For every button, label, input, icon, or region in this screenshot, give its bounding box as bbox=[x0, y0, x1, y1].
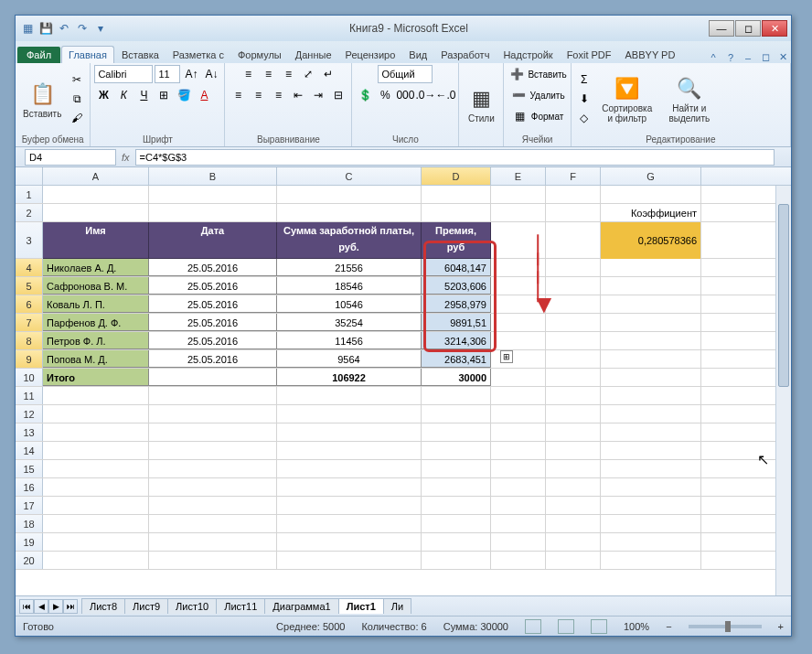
align-right-icon[interactable]: ≡ bbox=[269, 86, 287, 104]
cell[interactable] bbox=[491, 478, 546, 496]
tab-data[interactable]: Данные bbox=[289, 47, 338, 63]
sheet-tab[interactable]: Лист10 bbox=[167, 598, 217, 614]
cell[interactable] bbox=[601, 460, 701, 477]
cell[interactable] bbox=[601, 369, 701, 386]
cell[interactable] bbox=[149, 497, 277, 514]
cell[interactable] bbox=[601, 295, 701, 313]
cell[interactable] bbox=[601, 259, 701, 276]
row-header[interactable]: 17 bbox=[16, 497, 43, 514]
row-header[interactable]: 12 bbox=[16, 405, 43, 423]
zoom-out-icon[interactable]: − bbox=[666, 621, 671, 632]
row-header[interactable]: 18 bbox=[16, 515, 43, 532]
cell[interactable] bbox=[491, 405, 546, 423]
cell[interactable] bbox=[277, 552, 422, 569]
bonus-cell[interactable]: 5203,606 bbox=[422, 277, 491, 295]
cell[interactable] bbox=[277, 515, 422, 532]
cell[interactable] bbox=[546, 515, 601, 532]
cell[interactable] bbox=[43, 405, 149, 423]
increase-decimal-icon[interactable]: .0→ bbox=[416, 86, 434, 104]
underline-icon[interactable]: Ч bbox=[134, 86, 153, 104]
cell[interactable] bbox=[546, 204, 601, 221]
column-header-A[interactable]: A bbox=[43, 167, 149, 185]
cell[interactable] bbox=[546, 478, 601, 496]
table-header-cell[interactable]: Дата bbox=[149, 222, 277, 259]
delete-cells-icon[interactable]: ➖ bbox=[509, 86, 528, 104]
cell[interactable] bbox=[43, 497, 149, 514]
tab-abbyy[interactable]: ABBYY PD bbox=[619, 47, 682, 63]
autofill-options-icon[interactable]: ⊞ bbox=[500, 350, 513, 363]
cell[interactable] bbox=[601, 350, 701, 368]
coef-value-cell[interactable]: 0,280578366 bbox=[601, 222, 701, 259]
number-format-combo[interactable]: Общий bbox=[378, 65, 433, 83]
cell[interactable] bbox=[43, 460, 149, 477]
cell[interactable] bbox=[43, 186, 149, 203]
font-name-combo[interactable]: Calibri bbox=[94, 65, 153, 83]
font-color-icon[interactable]: A bbox=[195, 86, 213, 104]
row-header[interactable]: 4 bbox=[16, 259, 43, 276]
date-cell[interactable]: 25.05.2016 bbox=[149, 259, 277, 276]
cell[interactable] bbox=[149, 204, 277, 221]
salary-cell[interactable]: 9564 bbox=[277, 350, 422, 368]
cell[interactable] bbox=[43, 204, 149, 221]
cell[interactable] bbox=[43, 533, 149, 551]
cell[interactable] bbox=[422, 497, 491, 514]
name-box[interactable]: D4 bbox=[25, 149, 116, 166]
align-bottom-icon[interactable]: ≡ bbox=[279, 65, 297, 83]
salary-cell[interactable]: 10546 bbox=[277, 295, 422, 313]
column-header-D[interactable]: D bbox=[422, 167, 491, 185]
row-header[interactable]: 1 bbox=[16, 186, 43, 203]
tab-home[interactable]: Главная bbox=[61, 46, 114, 63]
cell[interactable] bbox=[149, 369, 277, 386]
align-top-icon[interactable]: ≡ bbox=[239, 65, 257, 83]
cell[interactable] bbox=[601, 314, 701, 331]
cell[interactable] bbox=[491, 515, 546, 532]
zoom-slider[interactable] bbox=[689, 625, 762, 628]
column-header-C[interactable]: C bbox=[277, 167, 422, 185]
decrease-font-icon[interactable]: A↓ bbox=[202, 65, 220, 83]
fill-icon[interactable]: ⬇ bbox=[575, 90, 593, 108]
excel-icon[interactable]: ▦ bbox=[19, 20, 36, 37]
view-normal-icon[interactable] bbox=[525, 619, 541, 634]
cell[interactable] bbox=[422, 423, 491, 441]
salary-cell[interactable]: 21556 bbox=[277, 259, 422, 276]
doc-minimize-icon[interactable]: – bbox=[740, 52, 756, 63]
spreadsheet-grid[interactable]: ABCDEFG 12Коэффициент3ИмяДатаСумма зараб… bbox=[16, 167, 791, 595]
cell[interactable] bbox=[546, 460, 601, 477]
align-middle-icon[interactable]: ≡ bbox=[259, 65, 277, 83]
cell[interactable] bbox=[422, 552, 491, 569]
row-header[interactable]: 8 bbox=[16, 332, 43, 349]
cell[interactable] bbox=[43, 552, 149, 569]
cell[interactable] bbox=[491, 186, 546, 203]
cell[interactable] bbox=[601, 405, 701, 423]
scrollbar-thumb[interactable] bbox=[778, 204, 789, 387]
doc-close-icon[interactable]: ✕ bbox=[775, 51, 791, 63]
cell[interactable] bbox=[149, 387, 277, 404]
coef-label-cell[interactable]: Коэффициент bbox=[601, 204, 701, 221]
cell[interactable] bbox=[277, 186, 422, 203]
cell[interactable] bbox=[43, 478, 149, 496]
cell[interactable] bbox=[149, 515, 277, 532]
fill-color-icon[interactable]: 🪣 bbox=[175, 86, 193, 104]
increase-indent-icon[interactable]: ⇥ bbox=[309, 86, 327, 104]
cell[interactable] bbox=[43, 515, 149, 532]
cell[interactable] bbox=[546, 387, 601, 404]
font-size-combo[interactable]: 11 bbox=[155, 65, 180, 83]
cell[interactable] bbox=[277, 460, 422, 477]
cell[interactable] bbox=[422, 186, 491, 203]
view-pagebreak-icon[interactable] bbox=[591, 619, 607, 634]
cell[interactable] bbox=[491, 204, 546, 221]
total-salary-cell[interactable]: 106922 bbox=[277, 369, 422, 386]
cell[interactable] bbox=[422, 387, 491, 404]
cell[interactable] bbox=[43, 442, 149, 459]
maximize-button[interactable]: ◻ bbox=[735, 20, 761, 37]
zoom-in-icon[interactable]: + bbox=[778, 621, 784, 632]
cell[interactable] bbox=[277, 423, 422, 441]
cell[interactable] bbox=[277, 478, 422, 496]
total-bonus-cell[interactable]: 30000 bbox=[422, 369, 491, 386]
cell[interactable] bbox=[422, 204, 491, 221]
wrap-text-icon[interactable]: ↵ bbox=[319, 65, 337, 83]
cell[interactable] bbox=[546, 332, 601, 349]
merge-icon[interactable]: ⊟ bbox=[329, 86, 347, 104]
cell[interactable] bbox=[149, 442, 277, 459]
column-header-F[interactable]: F bbox=[546, 167, 601, 185]
